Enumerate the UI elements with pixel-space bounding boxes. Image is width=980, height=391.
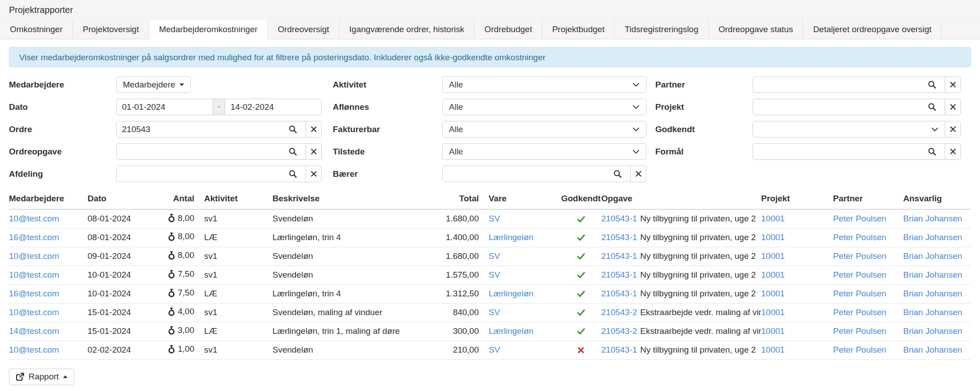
dato-cell: 08-01-2024 bbox=[88, 209, 151, 228]
dato-from-input[interactable] bbox=[116, 99, 213, 115]
projekt-clear-button[interactable] bbox=[945, 99, 961, 115]
dato-to-input[interactable] bbox=[225, 99, 322, 115]
projekt-link[interactable]: 10001 bbox=[761, 251, 785, 261]
medarbejder-link[interactable]: 16@test.com bbox=[9, 289, 59, 298]
ordre-input[interactable] bbox=[116, 121, 306, 137]
ansvarlig-link[interactable]: Brian Johansen bbox=[903, 251, 962, 261]
ordre-clear-button[interactable] bbox=[306, 121, 322, 137]
vare-link[interactable]: Lærlingeløn bbox=[489, 326, 533, 336]
vare-link[interactable]: Lærlingeløn bbox=[489, 233, 533, 242]
aktivitet-select[interactable]: Alle bbox=[442, 76, 646, 93]
formaal-clear-button[interactable] bbox=[945, 143, 961, 160]
tab-igangvaerende-ordrer-historisk[interactable]: Igangværende ordrer, historisk bbox=[339, 20, 475, 39]
approved-check-icon bbox=[577, 326, 585, 336]
opgave-link[interactable]: 210543-1 bbox=[601, 270, 637, 279]
godkendt-clear-button[interactable] bbox=[945, 121, 961, 137]
afdeling-search-button[interactable] bbox=[284, 166, 301, 182]
ansvarlig-link[interactable]: Brian Johansen bbox=[903, 233, 962, 242]
vare-link[interactable]: SV bbox=[489, 270, 500, 279]
opgave-link[interactable]: 210543-1 bbox=[601, 251, 637, 261]
afdeling-input[interactable] bbox=[116, 166, 306, 182]
opgave-link[interactable]: 210543-1 bbox=[601, 214, 637, 223]
vare-link[interactable]: Lærlingeløn bbox=[489, 289, 533, 298]
opgave-link[interactable]: 210543-1 bbox=[601, 289, 637, 298]
tab-label: Ordrebudget bbox=[484, 25, 532, 34]
vare-link[interactable]: SV bbox=[489, 308, 500, 317]
formaal-input[interactable] bbox=[753, 143, 945, 160]
medarbejder-link[interactable]: 10@test.com bbox=[9, 308, 59, 317]
projekt-link[interactable]: 10001 bbox=[761, 308, 785, 317]
tab-projektoversigt[interactable]: Projektoversigt bbox=[73, 20, 149, 39]
afdeling-clear-button[interactable] bbox=[306, 166, 322, 182]
beskrivelse-cell: Lærlingeløn, trin 4 bbox=[272, 284, 433, 303]
search-icon bbox=[613, 170, 622, 178]
opgave-link[interactable]: 210543-2 bbox=[601, 308, 637, 317]
total-cell: 840,00 bbox=[433, 303, 479, 322]
tab-medarbejderomkostninger[interactable]: Medarbejderomkostninger bbox=[149, 20, 268, 39]
ordre-search-button[interactable] bbox=[284, 121, 301, 137]
partner-link[interactable]: Peter Poulsen bbox=[833, 308, 886, 317]
vare-link[interactable]: SV bbox=[489, 345, 500, 354]
partner-link[interactable]: Peter Poulsen bbox=[833, 326, 886, 336]
ansvarlig-link[interactable]: Brian Johansen bbox=[903, 345, 962, 354]
projekt-link[interactable]: 10001 bbox=[761, 214, 785, 223]
partner-link[interactable]: Peter Poulsen bbox=[833, 251, 886, 261]
rapport-button[interactable]: Rapport bbox=[9, 369, 74, 385]
baerer-clear-button[interactable] bbox=[630, 166, 646, 182]
ansvarlig-link[interactable]: Brian Johansen bbox=[903, 214, 962, 223]
partner-link[interactable]: Peter Poulsen bbox=[833, 289, 886, 298]
tab-omkostninger[interactable]: Omkostninger bbox=[0, 20, 73, 39]
projekt-link[interactable]: 10001 bbox=[761, 326, 785, 336]
vare-link[interactable]: SV bbox=[489, 251, 500, 261]
baerer-search-button[interactable] bbox=[609, 166, 626, 182]
ansvarlig-link[interactable]: Brian Johansen bbox=[903, 308, 962, 317]
tab-ordreoversigt[interactable]: Ordreoversigt bbox=[268, 20, 339, 39]
afloennes-select[interactable]: Alle bbox=[442, 99, 646, 115]
partner-input[interactable] bbox=[753, 76, 945, 93]
fakturerbar-select[interactable]: Alle bbox=[442, 121, 646, 137]
search-icon bbox=[928, 147, 936, 156]
formaal-search-button[interactable] bbox=[923, 143, 940, 160]
col-header-dato: Dato bbox=[88, 194, 151, 209]
partner-clear-button[interactable] bbox=[945, 76, 961, 93]
partner-link[interactable]: Peter Poulsen bbox=[833, 270, 886, 279]
tab-tidsregistreringslog[interactable]: Tidsregistreringslog bbox=[615, 20, 708, 39]
ordreopgave-input[interactable] bbox=[116, 143, 306, 160]
medarbejder-link[interactable]: 10@test.com bbox=[9, 345, 59, 354]
projekt-search-button[interactable] bbox=[923, 99, 940, 115]
baerer-input[interactable] bbox=[442, 166, 631, 182]
tab-ordreopgave-status[interactable]: Ordreopgave status bbox=[709, 20, 804, 39]
partner-search-button[interactable] bbox=[923, 76, 940, 93]
partner-link[interactable]: Peter Poulsen bbox=[833, 233, 886, 242]
search-icon bbox=[928, 80, 936, 89]
vare-link[interactable]: SV bbox=[489, 214, 500, 223]
opgave-link[interactable]: 210543-1 bbox=[601, 345, 637, 354]
godkendt-select[interactable] bbox=[753, 121, 945, 137]
partner-link[interactable]: Peter Poulsen bbox=[833, 345, 886, 354]
tilstede-select[interactable]: Alle bbox=[442, 143, 646, 160]
ansvarlig-link[interactable]: Brian Johansen bbox=[903, 326, 962, 336]
partner-link[interactable]: Peter Poulsen bbox=[833, 214, 886, 223]
projekt-link[interactable]: 10001 bbox=[761, 270, 785, 279]
ansvarlig-link[interactable]: Brian Johansen bbox=[903, 289, 962, 298]
projekt-link[interactable]: 10001 bbox=[761, 289, 785, 298]
projekt-link[interactable]: 10001 bbox=[761, 233, 785, 242]
opgave-link[interactable]: 210543-1 bbox=[601, 233, 637, 242]
medarbejder-link[interactable]: 16@test.com bbox=[9, 233, 59, 242]
ordreopgave-search-button[interactable] bbox=[284, 143, 301, 160]
medarbejdere-dropdown-button[interactable]: Medarbejdere bbox=[116, 76, 191, 93]
ansvarlig-link[interactable]: Brian Johansen bbox=[903, 270, 962, 279]
tab-projektbudget[interactable]: Projektbudget bbox=[542, 20, 615, 39]
medarbejder-link[interactable]: 10@test.com bbox=[9, 270, 59, 279]
dato-cell: 10-01-2024 bbox=[88, 266, 151, 284]
tab-ordrebudget[interactable]: Ordrebudget bbox=[474, 20, 542, 39]
medarbejder-link[interactable]: 14@test.com bbox=[9, 326, 59, 336]
projekt-link[interactable]: 10001 bbox=[761, 345, 785, 354]
approved-check-icon bbox=[577, 251, 585, 261]
ordreopgave-clear-button[interactable] bbox=[306, 143, 322, 160]
tab-detaljeret-ordreopgave-oversigt[interactable]: Detaljeret ordreopgave oversigt bbox=[803, 20, 942, 39]
opgave-link[interactable]: 210543-2 bbox=[601, 326, 637, 336]
medarbejder-link[interactable]: 10@test.com bbox=[9, 251, 59, 261]
projekt-input[interactable] bbox=[753, 99, 945, 115]
medarbejder-link[interactable]: 10@test.com bbox=[9, 214, 59, 223]
